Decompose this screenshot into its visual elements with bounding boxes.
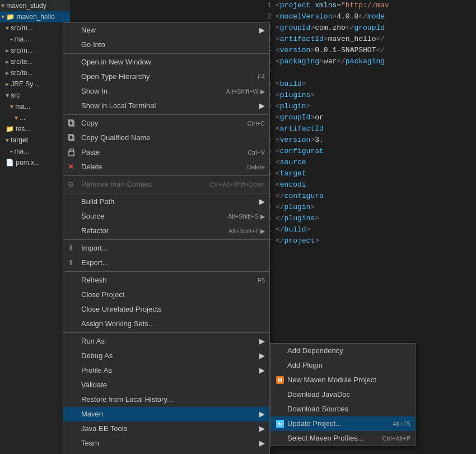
submenu-select-profiles[interactable]: Select Maven Profiles... Ctrl+Alt+P (270, 431, 415, 446)
svg-rect-3 (68, 135, 73, 140)
menu-item-open-type[interactable]: Open Type Hierarchy F4 (63, 70, 269, 84)
menu-item-close-unrelated[interactable]: Close Unrelated Projects (63, 302, 269, 317)
separator-7 (63, 332, 269, 333)
menu-item-build-path[interactable]: Build Path ▶ (63, 194, 269, 209)
menu-item-delete[interactable]: ✕ Delete Delete (63, 160, 269, 174)
menu-item-team[interactable]: Team ▶ (63, 436, 269, 451)
tree-item-pom[interactable]: 📄 pom.x... (0, 157, 70, 168)
menu-item-compare-with[interactable]: Compare With ▶ (63, 451, 269, 454)
project-explorer: ▾ maven_study ▾ 📁 maven_hello ▾ src/m...… (0, 0, 70, 454)
tree-item-src-main2[interactable]: ▸ src/m... (0, 45, 70, 56)
menu-item-paste[interactable]: Paste Ctrl+V (63, 145, 269, 160)
menu-item-assign-working-sets[interactable]: Assign Working Sets... (63, 317, 269, 331)
menu-item-restore-history[interactable]: Restore from Local History... (63, 392, 269, 407)
menu-item-validate[interactable]: Validate (63, 378, 269, 392)
menu-item-show-in[interactable]: Show In Alt+Shift+W ▶ (63, 84, 269, 99)
tree-item-src-test[interactable]: ▸ src/te... (0, 56, 70, 67)
menu-item-source[interactable]: Source Alt+Shift+S ▶ (63, 209, 269, 224)
submenu-add-dependency[interactable]: Add Dependency (270, 344, 415, 358)
svg-rect-5 (70, 149, 73, 151)
menu-item-show-terminal[interactable]: Show in Local Terminal ▶ (63, 99, 269, 113)
menu-item-close-project[interactable]: Close Project (63, 288, 269, 302)
menu-item-copy-qualified[interactable]: Copy Qualified Name (63, 131, 269, 145)
submenu-update-project[interactable]: ↻ Update Project... Alt+F5 (270, 416, 415, 431)
context-menu: New ▶ Go Into Open in New Window Open Ty… (63, 22, 270, 454)
svg-rect-1 (68, 120, 73, 125)
menu-item-maven[interactable]: Maven ▶ (63, 407, 269, 421)
submenu-new-maven-module[interactable]: M New Maven Module Project (270, 373, 415, 387)
menu-item-export[interactable]: ⬆ Export... (63, 256, 269, 270)
separator-4 (63, 193, 269, 193)
menu-item-refresh[interactable]: Refresh F5 (63, 273, 269, 288)
maven-submenu: Add Dependency Add Plugin M New Maven Mo… (270, 343, 416, 446)
menu-item-debug-as[interactable]: Debug As ▶ (63, 349, 269, 363)
menu-item-open-window[interactable]: Open in New Window (63, 55, 269, 70)
tree-item-inner[interactable]: ▾ ... (0, 112, 70, 123)
svg-text:M: M (278, 377, 282, 383)
submenu-download-sources[interactable]: Download Sources (270, 402, 415, 416)
submenu-add-plugin[interactable]: Add Plugin (270, 358, 415, 373)
menu-item-import[interactable]: ⬇ Import... (63, 241, 269, 256)
menu-item-remove-context: ⊖ Remove from Context Ctrl+Alt+Shift+Dow… (63, 177, 269, 192)
menu-item-refactor[interactable]: Refactor Alt+Shift+T ▶ (63, 224, 269, 238)
svg-rect-0 (69, 121, 74, 126)
submenu-download-javadoc[interactable]: Download JavaDoc (270, 387, 415, 402)
tree-item-src-main[interactable]: ▾ src/m... (0, 22, 70, 34)
menu-item-go-into[interactable]: Go Into (63, 38, 269, 52)
svg-text:↻: ↻ (278, 421, 282, 427)
menu-item-copy[interactable]: Copy Ctrl+C (63, 116, 269, 131)
separator-6 (63, 271, 269, 272)
menu-item-java-ee-tools[interactable]: Java EE Tools ▶ (63, 421, 269, 436)
tree-item-main-file[interactable]: ▪ ma... (0, 34, 70, 45)
tree-item-maven-hello[interactable]: ▾ 📁 maven_hello (0, 11, 70, 22)
tree-item-ma2[interactable]: ▪ ma... (0, 146, 70, 157)
menu-item-new[interactable]: New ▶ (63, 23, 269, 38)
tree-item-ma[interactable]: ▾ ma... (0, 101, 70, 112)
tree-item-jre[interactable]: ▸ JRE Sy... (0, 78, 70, 90)
separator-5 (63, 239, 269, 240)
svg-rect-2 (69, 136, 74, 141)
tree-item-maven-study[interactable]: ▾ maven_study (0, 0, 70, 11)
separator-3 (63, 175, 269, 176)
tree-item-tes[interactable]: 📁 tes... (0, 123, 70, 135)
tree-item-src[interactable]: ▾ src (0, 90, 70, 101)
menu-item-run-as[interactable]: Run As ▶ (63, 334, 269, 349)
separator-2 (63, 114, 269, 115)
menu-item-profile-as[interactable]: Profile As ▶ (63, 363, 269, 378)
tree-item-src-test2[interactable]: ▸ src/te... (0, 67, 70, 78)
tree-item-target[interactable]: ▾ target (0, 135, 70, 146)
separator-1 (63, 53, 269, 54)
